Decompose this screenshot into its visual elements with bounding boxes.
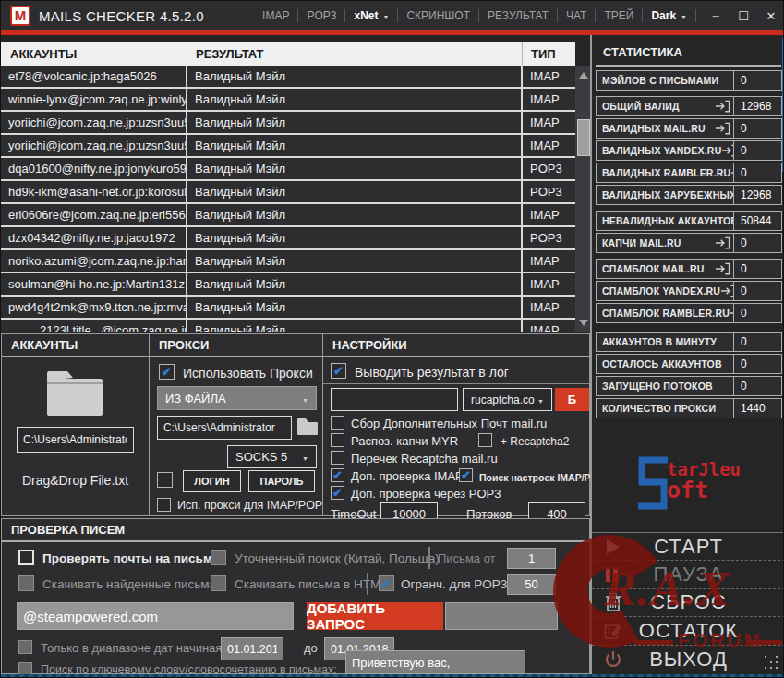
result-cell: Валидный Мэйл (187, 297, 523, 318)
table-row[interactable]: yoriichi@jcom.zaq.ne.jp:uzsn3uu5q12 Вали… (1, 135, 575, 158)
pop3-check-checkbox[interactable] (331, 486, 344, 500)
menu-screenshot[interactable]: СКРИНШОТ (398, 9, 478, 22)
pop3-limit-field[interactable] (507, 574, 556, 595)
menu-result[interactable]: РЕЗУЛЬТАТ (479, 9, 557, 22)
table-row[interactable]: noriko.azumi@jcom.zaq.ne.jp:hana00 Валид… (1, 250, 575, 273)
use-proxy-checkbox[interactable] (159, 364, 175, 380)
brand-text-top: tarJleu (667, 460, 741, 478)
recaptcha2-label: + Recaptcha2 (501, 435, 569, 448)
exit-button[interactable]: ВЫХОД (592, 646, 784, 673)
stat-label: АККАУНТОВ В МИНУТУ (597, 336, 733, 347)
stats-row: НЕВАЛИДНЫХ АККАУНТОВ 50844 (596, 211, 782, 231)
stat-label: СПАМБЛОК YANDEX.RU (602, 285, 720, 297)
export-list-icon[interactable] (715, 100, 730, 113)
table-row[interactable]: hd9k-ikm@asahi-net.or.jp:korosuke1 Валид… (1, 181, 575, 204)
add-query-button[interactable]: ДОБАВИТЬ ЗАПРОС (307, 602, 443, 630)
results-table: АККАУНТЫ РЕЗУЛЬТАТ ТИП et78@volcanic.jp:… (1, 35, 592, 332)
table-row[interactable]: eri0606re@jcom.zaq.ne.jp:eri5566ao_ Вали… (1, 204, 575, 227)
imap-check-checkbox[interactable] (331, 468, 344, 482)
table-row[interactable]: winnie-lynx@jcom.zaq.ne.jp:winlynx0 Вали… (1, 89, 575, 112)
stat-value: 0 (733, 355, 781, 373)
table-row[interactable]: dqa01600@nifty.ne.jp:jonykuro5959 Валидн… (1, 158, 575, 181)
menu-tray[interactable]: ТРЕЙ (596, 9, 642, 22)
table-row[interactable]: pwd4g4t2mk@mx9.ttcn.ne.jp:mvagu Валидный… (1, 297, 575, 320)
menu-xnet-dropdown[interactable]: xNet (345, 9, 397, 22)
start-button[interactable]: СТАРТ (592, 533, 784, 561)
column-header-type[interactable]: ТИП (523, 42, 575, 66)
collect-extra-mail-checkbox[interactable] (331, 416, 344, 430)
maximize-button[interactable] (730, 1, 757, 30)
query-field[interactable] (17, 602, 294, 630)
menu-theme-dropdown[interactable]: Dark (643, 9, 695, 22)
browse-folder-icon[interactable] (296, 417, 319, 437)
imap-check-label: Доп. проверка IMAP (351, 469, 464, 483)
recaptcha-list-checkbox[interactable] (331, 451, 344, 465)
scrollbar-thumb[interactable] (577, 119, 590, 156)
column-header-accounts[interactable]: АККАУНТЫ (1, 42, 187, 66)
log-output-label: Выводить результат в лог (355, 365, 509, 380)
proxy-file-path-field[interactable] (157, 416, 292, 440)
date-from-field[interactable] (221, 637, 283, 660)
stats-row: ВАЛИДНЫХ MAIL.RU 0 (596, 118, 782, 139)
export-list-icon[interactable] (721, 144, 733, 157)
table-row[interactable]: dzx04342@nifty.ne.jp:jaco1972 Валидный М… (1, 227, 575, 250)
proxy-source-dropdown[interactable]: ИЗ ФАЙЛА (157, 386, 317, 410)
table-row[interactable]: soulman@hi-ho.ne.jp:Martin131z Валидный … (1, 273, 575, 297)
pause-button[interactable]: ПАУЗА (592, 561, 784, 588)
reset-button[interactable]: СБРОС (592, 589, 784, 617)
export-list-icon[interactable] (715, 236, 730, 249)
stat-value: 0 (733, 119, 781, 138)
app-title: MAILS CHECKER 4.5.2.0 (39, 8, 204, 24)
table-row[interactable]: yoriichi@jcom.zaq.ne.jp:uzsn3uu5-d! Вали… (1, 112, 575, 135)
table-row[interactable]: et78@volcanic.jp:haga5026 Валидный Мэйл … (1, 66, 575, 89)
minimize-button[interactable] (702, 1, 730, 30)
folder-icon[interactable] (44, 368, 105, 419)
myr-captcha-checkbox[interactable] (331, 433, 344, 447)
download-html-checkbox[interactable] (211, 575, 226, 591)
date-between-label: до (304, 641, 318, 655)
proxy-password-button[interactable]: ПАРОЛЬ (248, 470, 315, 492)
menu-imap[interactable]: IMAP (254, 9, 297, 22)
keyword-field[interactable] (345, 650, 525, 674)
captcha-key-field[interactable] (331, 388, 458, 411)
pop3-limit-checkbox[interactable] (379, 575, 394, 591)
settings-panel: НАСТРОЙКИ Выводить результат в лог rucap… (322, 333, 590, 516)
use-proxy-label: Использовать Прокси (183, 366, 313, 381)
chevron-down-icon (681, 9, 687, 22)
export-list-icon[interactable] (715, 262, 730, 275)
resize-grip[interactable] (765, 656, 779, 671)
captcha-service-dropdown[interactable]: rucaptcha.co (463, 388, 552, 411)
recaptcha2-checkbox[interactable] (478, 433, 492, 447)
account-cell: pwd4g4t2mk@mx9.ttcn.ne.jp:mvagu (1, 297, 187, 318)
proxy-type-dropdown[interactable]: SOCKS 5 (227, 445, 317, 468)
download-found-checkbox[interactable] (18, 575, 34, 591)
export-list-icon[interactable] (720, 285, 733, 297)
proxy-for-imap-pop3-checkbox[interactable] (157, 498, 171, 512)
proxy-login-button[interactable]: ЛОГИН (183, 470, 241, 492)
check-mail-checkbox[interactable] (18, 550, 34, 565)
right-panel: СТАТИСТИКА МЭЙЛОВ С ПИСЬМАМИ 0 ОБЩИЙ ВАЛ… (590, 35, 784, 674)
date-range-checkbox[interactable] (18, 640, 32, 654)
menu-chat[interactable]: ЧАТ (558, 9, 595, 22)
remainder-button[interactable]: ОСТАТОК (592, 617, 784, 645)
stats-row: ВАЛИДНЫХ RAMBLER.RU 0 (596, 163, 782, 183)
accounts-file-path-field[interactable] (17, 427, 134, 453)
close-button[interactable] (757, 1, 784, 30)
proxy-auth-checkbox[interactable] (157, 472, 173, 488)
stat-value: 0 (733, 141, 781, 160)
refined-search-checkbox[interactable] (211, 550, 226, 565)
type-cell: POP3 (523, 158, 575, 179)
log-output-checkbox[interactable] (331, 363, 346, 379)
letters-panel-title: ПРОВЕРКА ПИСЕМ (2, 519, 589, 542)
menu-pop3[interactable]: POP3 (298, 9, 344, 22)
stats-row: СПАМБЛОК RAMBLER.RU 0 (596, 303, 782, 323)
extra-query-field[interactable] (445, 602, 558, 630)
table-row[interactable]: 2123l.title...@jcom.zaq.ne.jp Валидный М… (1, 320, 575, 332)
export-list-icon[interactable] (715, 122, 730, 135)
balance-button[interactable]: Б (555, 388, 589, 411)
table-header: АККАУНТЫ РЕЗУЛЬТАТ ТИП (1, 42, 575, 66)
column-header-result[interactable]: РЕЗУЛЬТАТ (187, 42, 523, 66)
imap-pop-search-checkbox[interactable] (459, 468, 473, 482)
letters-from-field[interactable] (507, 548, 556, 569)
letters-from-label: Письма от (438, 551, 496, 565)
